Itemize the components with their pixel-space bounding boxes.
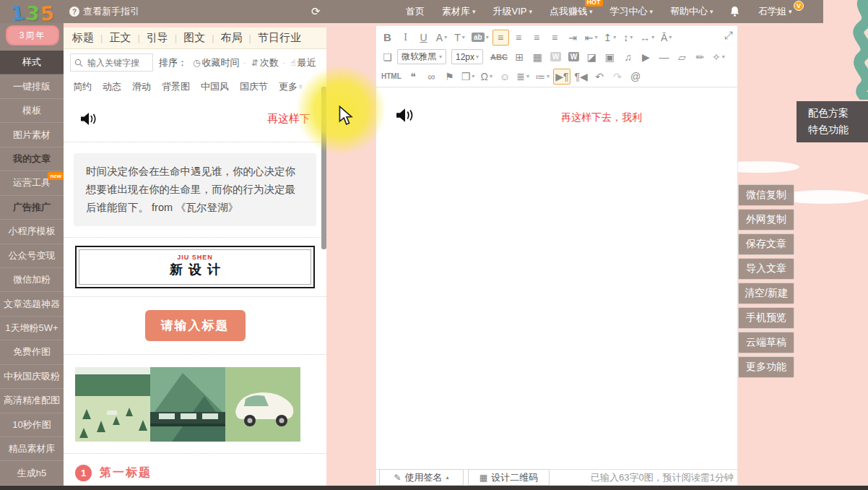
align-left-button[interactable]: ≡ (492, 30, 509, 46)
letter-spacing-button[interactable]: ↔▾ (638, 30, 656, 46)
import-article-button[interactable]: 导入文章 (738, 258, 794, 280)
text-transform-button[interactable]: Ā▾ (658, 30, 674, 46)
table-button[interactable]: ⊞ (511, 49, 528, 65)
tab-guide[interactable]: 引导 (131, 31, 168, 45)
wechat-copy-button[interactable]: 微信复制 (738, 184, 794, 206)
search-box[interactable] (70, 53, 153, 72)
sidebar-item-10s-design[interactable]: 10秒作图 (0, 413, 64, 437)
word-paste-disabled-button[interactable]: W (547, 49, 564, 65)
unordered-list-button[interactable]: ≔▾ (533, 69, 552, 85)
sidebar-item-hd-images[interactable]: 高清精准配图 (0, 389, 64, 413)
sort-by-count[interactable]: ⇵次数 (239, 56, 278, 69)
thumbnail-mountain-train[interactable] (150, 367, 225, 442)
mention-button[interactable]: @ (628, 69, 644, 85)
editor-text[interactable]: 再这样下去，我利 (561, 111, 642, 124)
horizontal-rule-button[interactable]: — (656, 49, 672, 65)
search-input[interactable] (86, 57, 145, 69)
emoticon-button[interactable]: ☺ (496, 69, 513, 85)
multi-image-button[interactable]: ▣ (602, 49, 618, 65)
sidebar-item-wechat-followers[interactable]: 微信加粉 (0, 268, 64, 292)
sidebar-item-styles[interactable]: 样式 (0, 51, 64, 74)
magic-wand-button[interactable]: ✧▾ (710, 49, 727, 65)
nav-upgrade-vip[interactable]: 升级VIP ▾ (493, 5, 533, 18)
media-table-button[interactable]: ▦ (529, 49, 546, 65)
filter-animated[interactable]: 动态 (103, 80, 121, 93)
style-item-audio[interactable]: 再这样下 (64, 98, 326, 142)
sidebar-item-one-click-layout[interactable]: 一键排版 (0, 74, 64, 98)
new-document-button[interactable]: ❏ (379, 49, 396, 65)
sort-by-favorite-time[interactable]: ◷收藏时间 (193, 56, 239, 69)
image-button[interactable]: ◪ (583, 49, 600, 65)
title-placeholder-button[interactable]: 请输入标题 (145, 310, 246, 341)
redo-button[interactable]: ↷ (609, 69, 626, 85)
nav-material-library[interactable]: 素材库 ▾ (442, 5, 476, 18)
sort-by-recent[interactable]: ☝最近 (279, 56, 316, 69)
paragraph-spacing-button[interactable]: ↥▾ (601, 30, 618, 46)
tab-body[interactable]: 正文 (94, 31, 131, 45)
font-family-select[interactable]: 微软雅黑▾ (397, 49, 446, 64)
eraser-button[interactable]: ▱ (674, 49, 690, 65)
newbie-guide-link[interactable]: ? 查看新手指引 (69, 0, 139, 23)
line-height-button[interactable]: ↕▾ (620, 30, 636, 46)
anchor-button[interactable]: ⚑ (441, 69, 458, 85)
filter-chinese-style[interactable]: 中国风 (201, 80, 229, 93)
font-size-select[interactable]: 12px▾ (451, 49, 483, 64)
filter-more[interactable]: 更多 ▿ (279, 80, 303, 93)
thumbnail-car[interactable] (225, 367, 300, 442)
filter-background[interactable]: 背景图 (162, 80, 190, 93)
nav-help-center[interactable]: 帮助中心 ▾ (670, 5, 713, 18)
clear-new-button[interactable]: 清空/新建 (738, 283, 794, 304)
format-brush-button[interactable]: ✏ (692, 49, 708, 65)
sidebar-item-grow-fans[interactable]: 1天增粉5W+ (0, 317, 64, 340)
style-item-title-button[interactable]: 请输入标题 (64, 297, 326, 355)
speaker-icon[interactable] (396, 108, 414, 123)
sidebar-item-festival-fans[interactable]: 中秋国庆吸粉 (0, 365, 64, 389)
word-import-button[interactable]: W (565, 49, 582, 65)
sidebar-item-operation-tools[interactable]: 运营工具 new (0, 171, 64, 195)
mobile-preview-button[interactable]: 手机预览 (738, 307, 794, 329)
italic-button[interactable]: I (397, 30, 414, 46)
audio-item-text[interactable]: 再这样下 (267, 112, 311, 126)
undo-button[interactable]: ↶ (591, 69, 608, 85)
bold-button[interactable]: B (379, 30, 396, 46)
save-article-button[interactable]: 保存文章 (738, 233, 794, 255)
app-logo[interactable]: 135 3周年 (4, 1, 61, 49)
editor-content-area[interactable]: 再这样下去，我利 (376, 87, 737, 469)
align-right-button[interactable]: ≡ (529, 30, 545, 46)
sidebar-item-free-design[interactable]: 免费作图 (0, 340, 64, 364)
sidebar-item-ad-promotion[interactable]: 广告推广 (0, 196, 64, 220)
fullscreen-icon[interactable]: ⤢ (724, 29, 733, 42)
style-item-quote[interactable]: 时间决定你会在生命中遇见谁，你的心决定你想要谁出现在你的生命里，而你的行为决定最… (64, 142, 326, 238)
user-menu[interactable]: 石学姐 ▾ (758, 0, 792, 23)
thumbnail-forest[interactable] (75, 367, 150, 442)
tab-layout[interactable]: 布局 (205, 31, 242, 45)
filter-national-day[interactable]: 国庆节 (240, 80, 268, 93)
highlight-color-button[interactable]: ab▾ (469, 30, 491, 46)
strikethrough-button[interactable]: ABC (488, 49, 510, 65)
text-style-button[interactable]: T▾ (451, 30, 468, 46)
use-signature-button[interactable]: ✎ 使用签名 ▴ (379, 469, 464, 486)
nav-learning-center[interactable]: 学习中心 ▾ (610, 5, 654, 18)
ltr-paragraph-button[interactable]: ▶¶ (553, 69, 570, 85)
more-features-button[interactable]: 更多功能 (738, 356, 794, 378)
sidebar-item-templates[interactable]: 模板 (0, 99, 64, 123)
filter-sliding[interactable]: 滑动 (132, 80, 151, 93)
style-item-numbered-title[interactable]: 1 第一标题 (64, 454, 326, 490)
video-button[interactable]: ▶ (638, 49, 654, 65)
font-color-button[interactable]: A▾ (433, 30, 450, 46)
color-scheme-item[interactable]: 配色方案 (808, 107, 868, 120)
design-qrcode-button[interactable]: ▦ 设计二维码 (468, 469, 550, 486)
cloud-draft-button[interactable]: 云端草稿 (738, 332, 794, 353)
sidebar-item-miniprogram-templates[interactable]: 小程序模板 (0, 220, 64, 244)
template-button[interactable]: ❒▾ (459, 69, 477, 85)
external-copy-button[interactable]: 外网复制 (738, 209, 794, 231)
tab-title[interactable]: 标题 (72, 31, 94, 45)
outdent-button[interactable]: ⇤▾ (583, 30, 600, 46)
tab-image-text[interactable]: 图文 (168, 31, 205, 45)
music-button[interactable]: ♫ (620, 49, 636, 65)
sidebar-item-image-assets[interactable]: 图片素材 (0, 123, 64, 147)
tab-festival-industry[interactable]: 节日行业 (243, 31, 301, 45)
panel-scrollbar-thumb[interactable] (321, 87, 326, 249)
sidebar-item-my-articles[interactable]: 我的文章 (0, 147, 64, 171)
align-justify-button[interactable]: ≡ (547, 30, 563, 46)
